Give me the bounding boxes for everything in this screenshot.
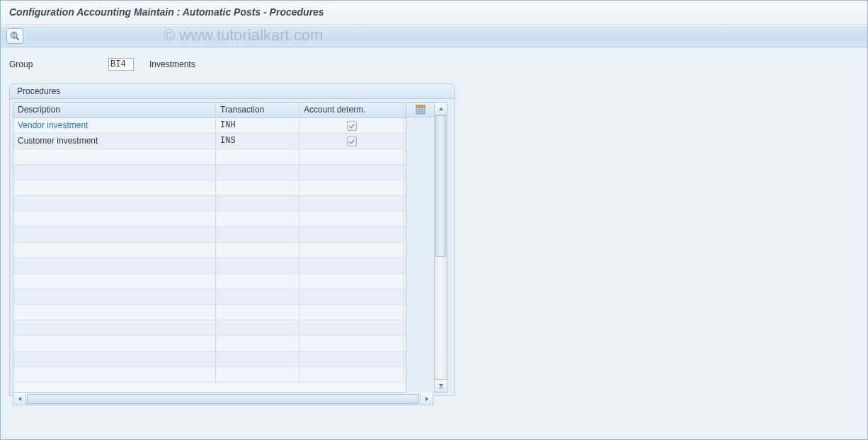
cell-account-determ xyxy=(299,180,404,195)
app-toolbar xyxy=(1,25,867,47)
cell-account-determ xyxy=(299,196,404,211)
group-field-label: Group xyxy=(9,59,108,69)
svg-rect-8 xyxy=(439,388,443,388)
cell-account-determ xyxy=(299,367,404,382)
table-config-icon xyxy=(416,105,426,115)
vertical-scroll-thumb[interactable] xyxy=(435,115,446,257)
scroll-left-button[interactable] xyxy=(13,393,26,405)
table-row xyxy=(13,367,406,383)
cell-account-determ xyxy=(299,227,404,242)
cell-transaction xyxy=(216,243,299,257)
table-row xyxy=(13,227,406,243)
table-row xyxy=(13,149,406,165)
scroll-end-button[interactable] xyxy=(435,379,447,392)
cell-description xyxy=(13,243,216,257)
overview-button[interactable] xyxy=(6,28,23,44)
cell-transaction: INH xyxy=(216,118,299,133)
table-row xyxy=(13,196,406,212)
cell-description[interactable]: Customer investment xyxy=(13,134,216,149)
sap-window: Configuration Accounting Maintain : Auto… xyxy=(0,0,868,440)
table-corner-column xyxy=(406,102,435,393)
cell-description xyxy=(13,165,216,180)
cell-transaction xyxy=(216,227,299,242)
table-row xyxy=(13,180,406,196)
chevron-left-icon xyxy=(17,396,23,402)
cell-description xyxy=(13,274,216,289)
cell-description xyxy=(13,196,216,211)
cell-description xyxy=(13,180,216,195)
cell-transaction xyxy=(216,212,299,226)
cell-transaction xyxy=(216,320,299,335)
cell-transaction xyxy=(216,196,299,211)
scroll-up-button[interactable] xyxy=(435,103,447,115)
table-row xyxy=(13,320,406,336)
table-row[interactable]: Customer investmentINS xyxy=(13,134,406,149)
table-row xyxy=(13,165,406,180)
cell-transaction xyxy=(216,305,299,320)
cell-description xyxy=(13,367,216,382)
vertical-scrollbar[interactable] xyxy=(435,102,447,393)
cell-transaction xyxy=(216,367,299,382)
table-row xyxy=(13,212,406,227)
table-row xyxy=(13,243,406,258)
cell-description xyxy=(13,258,216,273)
cell-account-determ xyxy=(299,289,404,304)
col-header-description[interactable]: Description xyxy=(13,103,216,117)
cell-account-determ xyxy=(299,212,404,226)
table-corner-spacer xyxy=(406,117,435,393)
cell-account-determ xyxy=(299,336,404,351)
cell-transaction xyxy=(216,289,299,304)
cell-account-determ xyxy=(299,134,404,149)
table-row xyxy=(13,305,406,320)
table-config-button[interactable] xyxy=(406,102,435,117)
window-titlebar: Configuration Accounting Maintain : Auto… xyxy=(1,1,867,25)
procedures-table-wrap: Description Transaction Account determ. … xyxy=(13,102,452,393)
titlebar-separator xyxy=(1,25,867,26)
table-row xyxy=(13,258,406,274)
col-header-account-determ[interactable]: Account determ. xyxy=(299,103,404,117)
procedures-table: Description Transaction Account determ. … xyxy=(13,102,406,393)
scroll-right-button[interactable] xyxy=(420,393,433,405)
cell-transaction xyxy=(216,149,299,164)
procedures-groupbox-title: Procedures xyxy=(9,83,455,99)
cell-description xyxy=(13,212,216,226)
cell-transaction xyxy=(216,274,299,289)
cell-description xyxy=(13,305,216,320)
table-row xyxy=(13,274,406,289)
svg-rect-3 xyxy=(416,105,425,108)
cell-transaction xyxy=(216,352,299,366)
content-area: Group Investments Procedures Description… xyxy=(1,47,867,439)
cell-account-determ xyxy=(299,149,404,164)
cell-account-determ xyxy=(299,274,404,289)
cell-account-determ xyxy=(299,243,404,257)
cell-transaction: INS xyxy=(216,134,299,149)
cell-description xyxy=(13,320,216,335)
chevron-up-icon xyxy=(438,106,444,112)
account-determ-checkbox xyxy=(347,121,357,131)
table-row xyxy=(13,352,406,367)
svg-line-1 xyxy=(16,37,18,40)
cell-account-determ xyxy=(299,258,404,273)
cell-transaction xyxy=(216,258,299,273)
group-field-row: Group Investments xyxy=(9,58,859,71)
cell-description[interactable]: Vendor investment xyxy=(13,118,216,133)
horizontal-scrollbar[interactable] xyxy=(13,393,433,405)
procedures-table-body: Vendor investmentINHCustomer investmentI… xyxy=(13,118,406,392)
cell-description xyxy=(13,227,216,242)
account-determ-checkbox xyxy=(347,137,357,146)
cell-transaction xyxy=(216,165,299,180)
horizontal-scroll-thumb[interactable] xyxy=(27,394,419,404)
group-field-input[interactable] xyxy=(108,58,134,71)
chevron-right-icon xyxy=(424,396,430,402)
table-row[interactable]: Vendor investmentINH xyxy=(13,118,406,134)
cell-account-determ xyxy=(299,165,404,180)
window-title: Configuration Accounting Maintain : Auto… xyxy=(9,6,324,18)
cell-transaction xyxy=(216,180,299,195)
cell-description xyxy=(13,336,216,351)
cell-account-determ xyxy=(299,352,404,366)
group-field-description: Investments xyxy=(149,59,195,69)
col-header-transaction[interactable]: Transaction xyxy=(216,103,299,117)
cell-account-determ xyxy=(299,320,404,335)
cell-description xyxy=(13,149,216,164)
chevron-down-end-icon xyxy=(438,383,444,389)
